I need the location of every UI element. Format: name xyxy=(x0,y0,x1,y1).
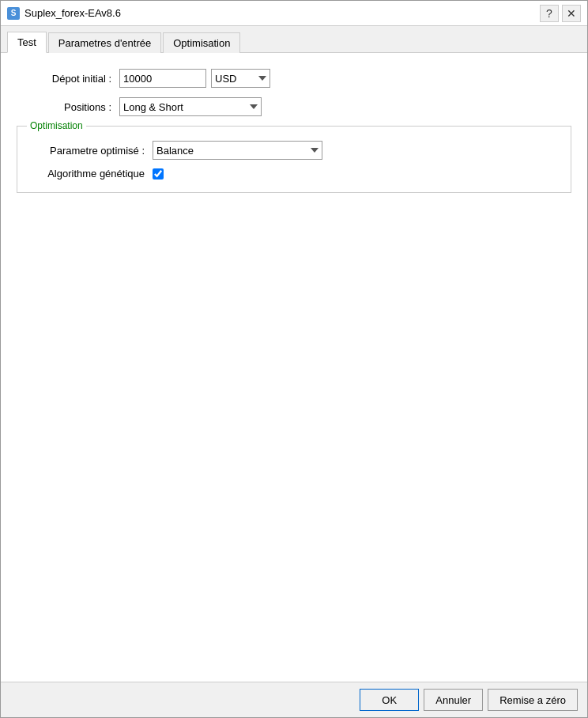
deposit-label: Dépot initial : xyxy=(17,73,119,85)
title-bar: S Suplex_forex-EAv8.6 ? ✕ xyxy=(1,1,587,26)
positions-controls: Long & Short Long only Short only xyxy=(119,97,262,116)
deposit-row: Dépot initial : USD EUR GBP xyxy=(17,69,571,88)
dialog-window: S Suplex_forex-EAv8.6 ? ✕ Test Parametre… xyxy=(0,0,588,718)
positions-row: Positions : Long & Short Long only Short… xyxy=(17,97,571,116)
help-button[interactable]: ? xyxy=(540,5,559,22)
positions-select[interactable]: Long & Short Long only Short only xyxy=(119,97,262,116)
algorithme-row: Algorithme génétique xyxy=(30,168,558,180)
optimisation-group: Optimisation Parametre optimisé : Balanc… xyxy=(17,126,571,193)
title-bar-left: S Suplex_forex-EAv8.6 xyxy=(7,7,121,20)
cancel-button[interactable]: Annuler xyxy=(424,689,483,711)
deposit-controls: USD EUR GBP xyxy=(119,69,270,88)
title-bar-buttons: ? ✕ xyxy=(540,5,581,22)
algorithme-checkbox-wrapper xyxy=(153,168,164,180)
optimisation-group-title: Optimisation xyxy=(27,120,86,131)
tab-parametres-entree[interactable]: Parametres d'entrée xyxy=(48,32,161,53)
parametre-label: Parametre optimisé : xyxy=(30,145,153,157)
deposit-input[interactable] xyxy=(119,69,206,88)
window-title: Suplex_forex-EAv8.6 xyxy=(24,7,121,19)
parametre-select[interactable]: Balance Profit Drawdown xyxy=(153,141,322,160)
tab-optimisation[interactable]: Optimisation xyxy=(163,32,240,53)
reset-button[interactable]: Remise a zéro xyxy=(488,689,578,711)
app-icon: S xyxy=(7,7,20,20)
parametre-row: Parametre optimisé : Balance Profit Draw… xyxy=(30,141,558,160)
content-area: Dépot initial : USD EUR GBP Positions : … xyxy=(1,53,587,682)
algorithme-checkbox[interactable] xyxy=(153,168,164,180)
algorithme-label: Algorithme génétique xyxy=(30,168,153,180)
close-button[interactable]: ✕ xyxy=(562,5,581,22)
currency-select[interactable]: USD EUR GBP xyxy=(211,69,270,88)
tab-test[interactable]: Test xyxy=(7,32,47,53)
positions-label: Positions : xyxy=(17,101,119,113)
button-bar: OK Annuler Remise a zéro xyxy=(1,682,587,717)
ok-button[interactable]: OK xyxy=(360,689,419,711)
tab-bar: Test Parametres d'entrée Optimisation xyxy=(1,26,587,53)
